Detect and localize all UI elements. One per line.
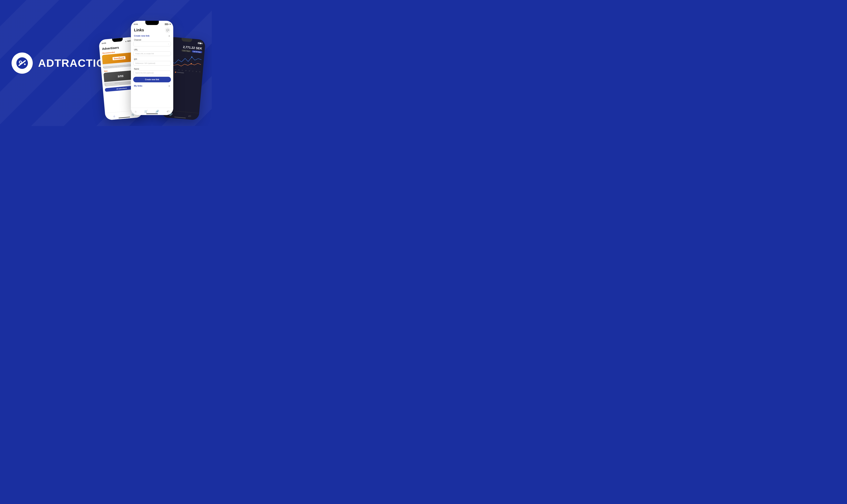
svg-line-6 <box>169 59 201 61</box>
phones-showcase: 14:03 ▲ WiFi 🔋 Advertisers Recommended S… <box>98 7 206 119</box>
epi-field[interactable]: Reference / EPI (optional) <box>133 61 171 66</box>
status-time-center: 13:51 <box>134 23 138 25</box>
svg-point-4 <box>24 64 25 65</box>
create-link-section-row: Create new link ▲ <box>131 34 173 38</box>
legend-commission: Commission <box>175 71 184 73</box>
svg-line-5 <box>169 55 201 58</box>
nav-voucher-icon-right[interactable]: 🏷 <box>188 114 191 118</box>
name-placeholder: Name the link (optional) <box>135 72 154 74</box>
status-icons-center: ▐▐▐ ⌀ ▮ <box>164 23 171 25</box>
epi-label: EPI <box>131 57 173 61</box>
svg-point-11 <box>191 63 192 65</box>
branding-section: ADTRACTION <box>12 53 113 74</box>
legend-commission-label: Commission <box>177 71 184 73</box>
name-label: Name <box>131 67 173 71</box>
filter-30days-button[interactable]: Last 30 days <box>192 50 202 53</box>
url-field[interactable]: Paste URL to create link <box>133 51 171 56</box>
message-icon[interactable]: 💬 <box>165 28 170 33</box>
nav-voucher-icon-center[interactable]: 🏷 <box>167 110 170 113</box>
svg-line-9 <box>191 53 192 70</box>
channel-label: Channel <box>131 38 173 41</box>
nav-cart-icon-center[interactable]: 🛒 <box>144 110 148 113</box>
links-title: Links <box>134 28 144 32</box>
chevron-up-icon[interactable]: ▲ <box>168 35 170 37</box>
svg-point-10 <box>191 56 193 58</box>
url-label: URL <box>131 48 173 51</box>
phone-notch-center <box>145 21 159 25</box>
nav-home-icon-left[interactable]: ⌂ <box>113 114 115 118</box>
my-links-chevron-icon[interactable]: ▲ <box>168 85 170 87</box>
status-time-left: 14:03 <box>102 42 106 44</box>
create-link-label: Create new link <box>134 35 149 37</box>
adtraction-logo-icon <box>16 57 28 69</box>
sns-logo: sns <box>118 74 124 78</box>
home-indicator-left <box>118 116 130 118</box>
name-field[interactable]: Name the link (optional) <box>133 71 171 75</box>
swedbank-logo: Swedbank <box>112 56 125 60</box>
channel-chevron-icon: › <box>168 43 169 45</box>
home-indicator-center <box>146 113 158 114</box>
bottom-nav-center: ⌂ 🛒 🔗 🏷 <box>131 108 173 115</box>
logo-circle <box>12 53 33 74</box>
create-link-button[interactable]: Create new link <box>133 77 171 82</box>
phone-links: 13:51 ▐▐▐ ⌀ ▮ Links 💬 Create new link ▲ … <box>131 21 173 115</box>
links-header: Links 💬 <box>131 27 173 34</box>
my-links-label: My links <box>134 85 142 87</box>
nav-home-icon-center[interactable]: ⌂ <box>135 110 136 113</box>
url-placeholder: Paste URL to create link <box>135 53 154 55</box>
channel-field[interactable]: › <box>133 41 171 47</box>
nav-link-icon-center[interactable]: 🔗 <box>156 110 159 113</box>
epi-placeholder: Reference / EPI (optional) <box>135 62 155 64</box>
legend-dot-commission <box>175 71 176 73</box>
my-links-section: My links ▲ <box>131 84 173 88</box>
svg-point-2 <box>20 61 21 63</box>
filter-7days-button[interactable]: Last 7 days <box>181 49 191 52</box>
home-indicator-right <box>174 116 186 118</box>
